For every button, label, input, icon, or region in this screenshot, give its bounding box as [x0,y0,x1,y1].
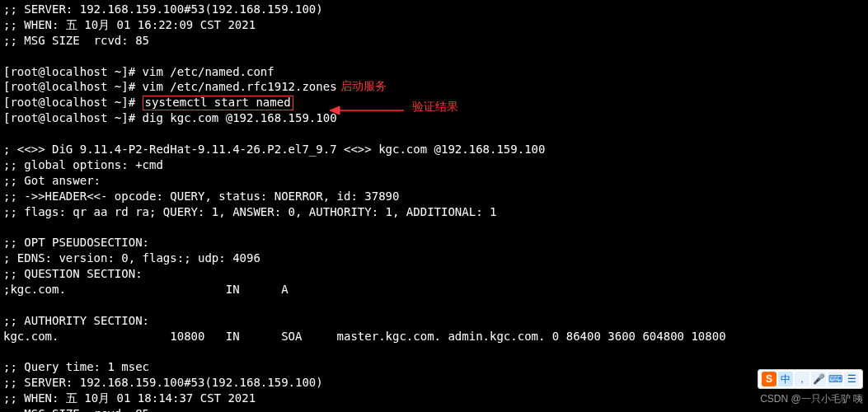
dig-authority-section: ;; AUTHORITY SECTION: [3,314,149,327]
header-line-3: ;; MSG SIZE rcvd: 85 [3,34,149,47]
dig-soa-record: kgc.com. 10800 IN SOA master.kgc.com. ad… [3,330,726,343]
dig-server: ;; SERVER: 192.168.159.100#53(192.168.15… [3,376,323,389]
prompt: [root@localhost ~]# [3,111,143,124]
cmd-dig: dig kgc.com @192.168.159.100 [143,111,337,124]
annotation-start-service: 启动服务 [340,78,387,94]
arrow-icon [330,103,412,118]
watermark-text: CSDN @一只小毛驴 咦 [760,392,863,405]
dig-question-record: ;kgc.com. IN A [3,283,289,296]
header-line-1: ;; SERVER: 192.168.159.100#53(192.168.15… [3,2,323,16]
dig-opt-pseudosection: ;; OPT PSEUDOSECTION: [3,236,149,249]
svg-marker-1 [330,106,340,115]
terminal-output: ;; SERVER: 192.168.159.100#53(192.168.15… [3,2,865,412]
ime-mode-button[interactable]: 中 [778,372,793,386]
ime-keyboard-icon[interactable]: ⌨ [828,372,842,386]
dig-when: ;; WHEN: 五 10月 01 18:14:37 CST 2021 [3,391,256,405]
dig-global-options: ;; global options: +cmd [3,158,163,171]
ime-punct-button[interactable]: ， [795,372,809,386]
annotation-verify-result: 验证结果 [412,99,458,115]
prompt: [root@localhost ~]# [3,65,143,78]
dig-version: ; <<>> DiG 9.11.4-P2-RedHat-9.11.4-26.P2… [3,143,545,156]
prompt: [root@localhost ~]# [3,96,143,109]
dig-got-answer: ;; Got answer: [3,174,101,187]
dig-flags: ;; flags: qr aa rd ra; QUERY: 1, ANSWER:… [3,205,496,218]
ime-toolbar[interactable]: S 中 ， 🎤 ⌨ ☰ [758,369,863,389]
dig-header: ;; ->>HEADER<<- opcode: QUERY, status: N… [3,190,399,203]
dig-query-time: ;; Query time: 1 msec [3,360,149,373]
cmd-systemctl-start-named: systemctl start named [143,96,293,110]
header-line-2: ;; WHEN: 五 10月 01 16:22:09 CST 2021 [3,18,256,31]
dig-msg-size: ;; MSG SIZE rcvd: 85 [3,407,149,412]
ime-logo-icon[interactable]: S [762,372,777,386]
prompt: [root@localhost ~]# [3,80,143,93]
ime-menu-icon[interactable]: ☰ [844,372,859,386]
cmd-vim-rfc1912: vim /etc/named.rfc1912.zones [143,80,337,93]
dig-edns: ; EDNS: version: 0, flags:; udp: 4096 [3,251,260,265]
cmd-vim-named-conf: vim /etc/named.conf [143,65,274,78]
ime-mic-icon[interactable]: 🎤 [811,372,826,386]
dig-question-section: ;; QUESTION SECTION: [3,267,143,280]
